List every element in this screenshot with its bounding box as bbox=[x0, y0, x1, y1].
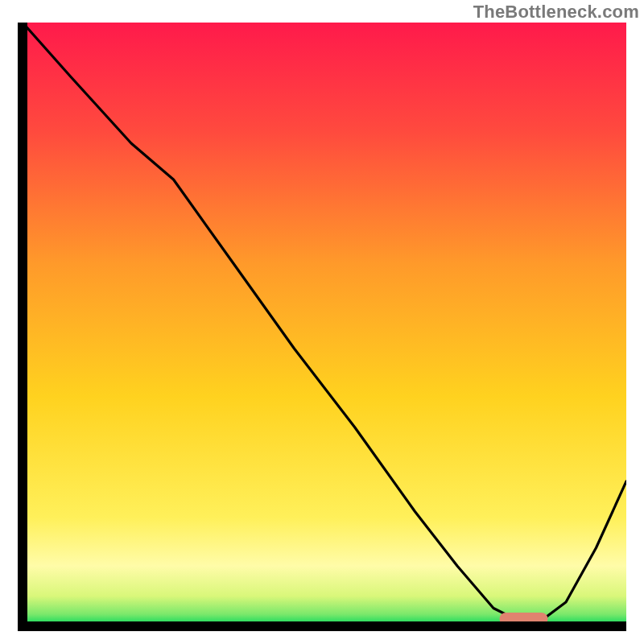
chart-svg bbox=[18, 23, 626, 631]
plot-area bbox=[18, 23, 626, 631]
gradient-background bbox=[23, 23, 626, 626]
watermark-text: TheBottleneck.com bbox=[473, 2, 639, 23]
chart-container: TheBottleneck.com bbox=[0, 0, 644, 644]
